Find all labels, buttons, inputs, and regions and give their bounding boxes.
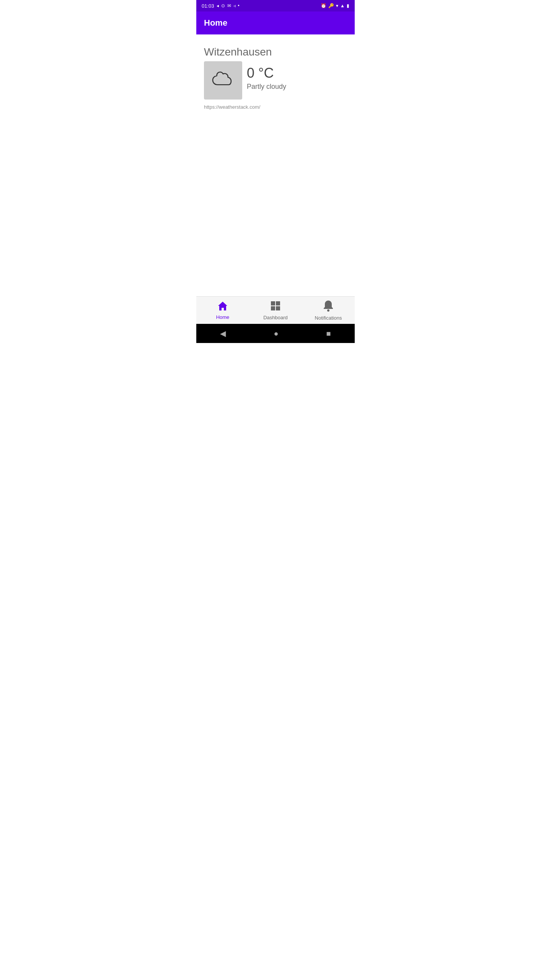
system-nav: ◀ ● ■ [196, 324, 355, 343]
status-time: 01:03 [202, 3, 214, 9]
weather-icon-box [204, 61, 242, 100]
mail-icon: ✉ [227, 3, 231, 8]
tab-dashboard-label: Dashboard [263, 315, 288, 320]
app-bar: Home [196, 11, 355, 34]
city-name: Witzenhausen [204, 46, 347, 58]
key-icon: 🔑 [328, 3, 334, 8]
location-icon: ◂ [217, 3, 219, 8]
status-left: 01:03 ◂ ⊙ ✉ ◃ • [202, 3, 240, 9]
svg-rect-1 [276, 301, 280, 305]
tab-notifications[interactable]: Notifications [302, 297, 355, 324]
home-button[interactable]: ● [274, 329, 278, 338]
weather-card: 0 °C Partly cloudy [204, 61, 347, 100]
status-right: ⏰ 🔑 ▾ ▲ ▮ [321, 3, 349, 8]
temperature: 0 °C [247, 65, 286, 81]
target-icon: ⊙ [221, 3, 225, 8]
status-bar: 01:03 ◂ ⊙ ✉ ◃ • ⏰ 🔑 ▾ ▲ ▮ [196, 0, 355, 11]
svg-point-4 [327, 309, 329, 312]
home-icon [217, 301, 228, 313]
bottom-nav: Home Dashboard Notifications [196, 296, 355, 324]
recents-button[interactable]: ■ [326, 329, 331, 338]
svg-rect-3 [276, 306, 280, 310]
svg-rect-2 [271, 306, 275, 310]
alarm-icon: ⏰ [321, 3, 326, 8]
battery-icon: ▮ [347, 3, 349, 8]
bell-icon [323, 300, 333, 314]
weather-info: 0 °C Partly cloudy [247, 61, 286, 91]
tab-home-label: Home [216, 314, 230, 320]
weather-condition: Partly cloudy [247, 83, 286, 91]
tab-notifications-label: Notifications [315, 315, 342, 321]
page-title: Home [204, 18, 227, 28]
cloud-icon [212, 71, 235, 90]
tab-dashboard[interactable]: Dashboard [249, 297, 302, 324]
dashboard-icon [270, 301, 281, 313]
tab-home[interactable]: Home [196, 297, 249, 324]
back-button[interactable]: ◀ [220, 329, 226, 338]
svg-rect-0 [271, 301, 275, 305]
signal-icon: ▲ [340, 3, 345, 8]
weather-source: https://weatherstack.com/ [204, 104, 347, 110]
dot-icon: • [238, 3, 240, 8]
wifi-icon: ▾ [336, 3, 338, 8]
main-content: Witzenhausen 0 °C Partly cloudy https://… [196, 34, 355, 296]
send-icon: ◃ [233, 3, 236, 8]
